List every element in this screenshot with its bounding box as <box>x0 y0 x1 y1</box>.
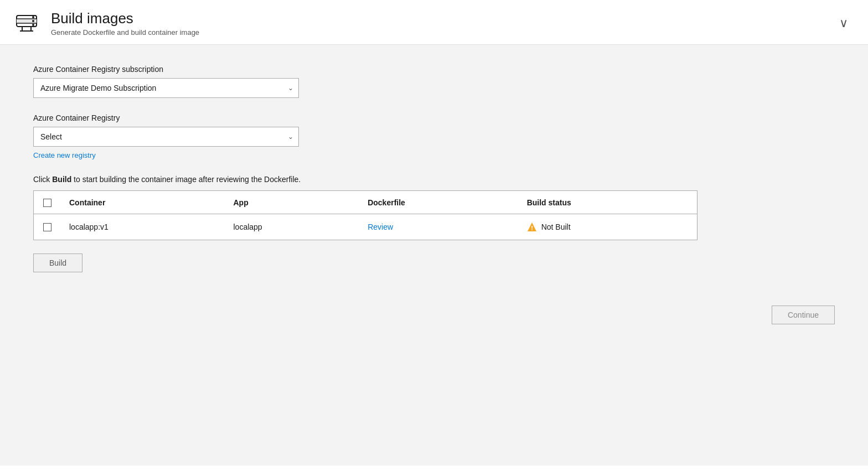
build-table: Container App Dockerfile Build status lo… <box>33 190 698 240</box>
subscription-label: Azure Container Registry subscription <box>33 65 835 74</box>
registry-select-wrapper: Select ⌄ <box>33 127 299 147</box>
subscription-section: Azure Container Registry subscription Az… <box>33 65 835 98</box>
svg-point-4 <box>32 16 34 18</box>
review-link[interactable]: Review <box>368 223 393 231</box>
server-icon <box>13 10 40 37</box>
warning-icon: ! <box>527 222 537 232</box>
title-block: Build images Generate Dockerfile and bui… <box>51 10 199 37</box>
instruction-suffix: to start building the container image af… <box>71 175 301 184</box>
header-left: Build images Generate Dockerfile and bui… <box>13 10 199 37</box>
col-checkbox <box>34 191 60 214</box>
page-subtitle: Generate Dockerfile and build container … <box>51 28 199 37</box>
col-build-status: Build status <box>518 191 697 214</box>
build-status-cell: ! Not Built <box>527 222 688 232</box>
registry-label: Azure Container Registry <box>33 113 835 122</box>
row-checkbox[interactable] <box>43 223 51 231</box>
row-dockerfile: Review <box>359 214 518 240</box>
main-content: Azure Container Registry subscription Az… <box>0 45 868 465</box>
registry-section: Azure Container Registry Select ⌄ Create… <box>33 113 835 159</box>
svg-point-6 <box>32 24 34 26</box>
row-container: localapp:v1 <box>60 214 225 240</box>
continue-button[interactable]: Continue <box>772 306 835 324</box>
build-button[interactable]: Build <box>33 253 82 272</box>
page-title: Build images <box>51 10 199 27</box>
build-button-row: Build <box>33 253 835 272</box>
footer-row: Continue <box>33 306 835 324</box>
select-all-checkbox[interactable] <box>43 199 51 207</box>
subscription-select-wrapper: Azure Migrate Demo Subscription ⌄ <box>33 78 299 98</box>
subscription-select[interactable]: Azure Migrate Demo Subscription <box>33 78 299 98</box>
row-app: localapp <box>225 214 359 240</box>
svg-point-5 <box>32 20 34 22</box>
collapse-button[interactable]: ∨ <box>835 14 852 33</box>
instruction-bold: Build <box>52 175 71 184</box>
create-registry-link[interactable]: Create new registry <box>33 151 96 159</box>
col-dockerfile: Dockerfile <box>359 191 518 214</box>
row-checkbox-cell <box>34 214 60 240</box>
instruction-prefix: Click <box>33 175 52 184</box>
instruction-text: Click Build to start building the contai… <box>33 175 835 184</box>
table-header-row: Container App Dockerfile Build status <box>34 191 697 214</box>
col-container: Container <box>60 191 225 214</box>
svg-text:!: ! <box>531 225 533 231</box>
col-app: App <box>225 191 359 214</box>
build-status-text: Not Built <box>541 223 571 231</box>
top-bar: Build images Generate Dockerfile and bui… <box>0 0 868 45</box>
row-build-status: ! Not Built <box>518 214 697 240</box>
table-row: localapp:v1 localapp Review ! Not Built <box>34 214 697 240</box>
registry-select[interactable]: Select <box>33 127 299 147</box>
